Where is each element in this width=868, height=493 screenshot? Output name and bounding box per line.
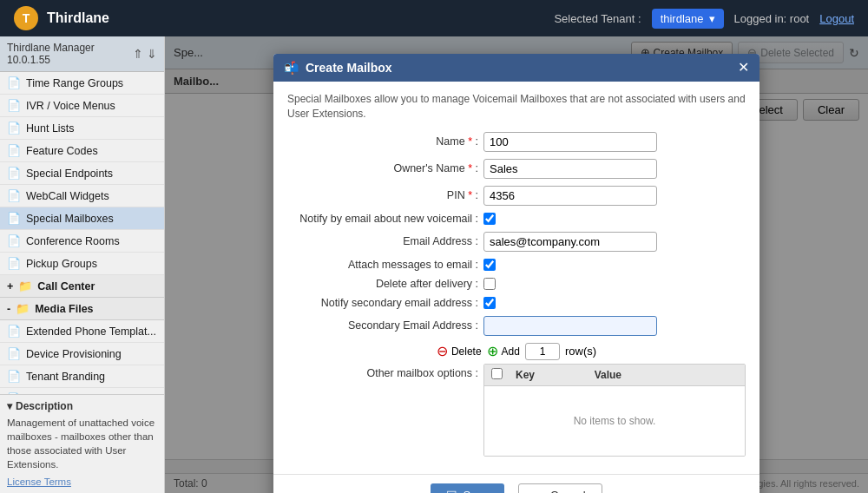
email-address-input[interactable] [483, 232, 657, 252]
attach-messages-checkbox[interactable] [483, 259, 496, 271]
other-options-row: Other mailbox options : Key V [287, 364, 746, 457]
kv-add-button[interactable]: ⊕ Add [487, 343, 520, 359]
sidebar-item-label: WebCall Widgets [26, 190, 109, 202]
sidebar-item-label: Hunt Lists [26, 122, 75, 135]
delete-after-checkbox[interactable] [483, 278, 496, 290]
cancel-button[interactable]: ↩ Cancel [518, 483, 602, 493]
modal-close-button[interactable]: ✕ [738, 61, 749, 75]
delete-circle-icon: ⊖ [437, 343, 448, 359]
modal-header: 📬 Create Mailbox ✕ [273, 54, 760, 82]
modal-title: 📬 Create Mailbox [284, 61, 392, 75]
name-row: Name * : [287, 132, 746, 152]
modal-body: Special Mailboxes allow you to manage Vo… [273, 82, 760, 474]
kv-row-count-input[interactable] [525, 343, 560, 360]
logout-button[interactable]: Logout [819, 12, 854, 25]
secondary-email-row: Secondary Email Address : [287, 316, 746, 336]
sidebar-item-hunt-lists[interactable]: 📄 Hunt Lists [0, 117, 164, 140]
sidebar-item-label: Special Endpoints [26, 168, 113, 180]
folder-icon: 📁 [18, 279, 32, 293]
sidebar-item-label: Extended Phone Templat... [26, 325, 156, 338]
sidebar-item-welcome-email[interactable]: 📄 Welcome Email [0, 388, 164, 394]
sidebar-item-label: IVR / Voice Menus [26, 100, 115, 112]
sidebar-section-media-files[interactable]: - 📁 Media Files [0, 298, 164, 320]
sidebar: Thirdlane Manager 10.0.1.55 ⇑ ⇓ 📄 Time R… [0, 36, 165, 493]
logged-in-label: Logged in: root [734, 12, 810, 25]
sidebar-item-ivr[interactable]: 📄 IVR / Voice Menus [0, 95, 164, 117]
secondary-email-input[interactable] [483, 316, 657, 336]
doc-icon: 📄 [7, 189, 21, 202]
modal-footer: ☑ Save ↩ Cancel [273, 474, 760, 493]
email-address-label: Email Address : [287, 235, 478, 247]
kv-section: ⊖ Delete ⊕ Add row(s) [287, 343, 746, 457]
license-terms-link[interactable]: License Terms [7, 477, 71, 487]
sidebar-header-icons: ⇑ ⇓ [133, 47, 157, 61]
section-label: Call Center [37, 280, 95, 293]
sidebar-item-label: Device Provisioning [26, 348, 122, 360]
owners-name-row: Owner's Name * : [287, 159, 746, 179]
doc-icon: 📄 [7, 257, 21, 270]
app-logo: T [14, 6, 38, 30]
name-input[interactable] [483, 132, 657, 152]
sidebar-item-label: Special Mailboxes [26, 213, 114, 225]
modal-overlay: 📬 Create Mailbox ✕ Special Mailboxes all… [165, 36, 868, 493]
notify-secondary-checkbox[interactable] [483, 297, 496, 309]
pin-input[interactable] [483, 186, 657, 206]
doc-icon: 📄 [7, 144, 21, 157]
sidebar-item-label: Time Range Groups [26, 77, 123, 89]
sidebar-item-conference-rooms[interactable]: 📄 Conference Rooms [0, 230, 164, 253]
sidebar-item-special-mailboxes[interactable]: 📄 Special Mailboxes [0, 207, 164, 230]
sidebar-item-label: Pickup Groups [26, 258, 97, 270]
sidebar-item-time-range-groups[interactable]: 📄 Time Range Groups [0, 72, 164, 95]
app-title: Thirdlane [47, 10, 109, 26]
main-area: Thirdlane Manager 10.0.1.55 ⇑ ⇓ 📄 Time R… [0, 36, 868, 493]
kv-delete-button[interactable]: ⊖ Delete [437, 343, 482, 359]
tenant-label: Selected Tenant : [554, 12, 641, 25]
doc-icon: 📄 [7, 99, 21, 112]
sidebar-version: Thirdlane Manager 10.0.1.55 [7, 42, 133, 66]
pin-row: PIN * : [287, 186, 746, 206]
dash-icon: - [7, 303, 10, 315]
sidebar-item-special-endpoints[interactable]: 📄 Special Endpoints [0, 162, 164, 185]
required-marker: * [468, 189, 472, 201]
doc-icon: 📄 [7, 325, 21, 338]
sidebar-item-extended-phone[interactable]: 📄 Extended Phone Templat... [0, 320, 164, 343]
sidebar-item-device-provisioning[interactable]: 📄 Device Provisioning [0, 343, 164, 365]
content-area: Spe... ⊕ Create Mailbox ⊖ Delete Selecte… [165, 36, 868, 493]
description-toggle[interactable]: ▾ Description [7, 400, 157, 412]
collapse-icon[interactable]: ⇑ [133, 47, 143, 61]
tenant-name: thirdlane [661, 12, 704, 25]
sidebar-item-pickup-groups[interactable]: 📄 Pickup Groups [0, 253, 164, 275]
attach-messages-row: Attach messages to email : [287, 259, 746, 271]
delete-after-row: Delete after delivery : [287, 278, 746, 290]
sidebar-item-label: Tenant Branding [26, 371, 105, 383]
expand-icon[interactable]: ⇓ [147, 47, 157, 61]
chevron-down-icon: ▾ [7, 400, 12, 412]
sidebar-item-feature-codes[interactable]: 📄 Feature Codes [0, 140, 164, 162]
sidebar-items: 📄 Time Range Groups 📄 IVR / Voice Menus … [0, 72, 164, 394]
section-label: Media Files [35, 303, 93, 315]
notify-email-row: Notify by email about new voicemail : [287, 213, 746, 225]
tenant-selector[interactable]: thirdlane ▾ [652, 9, 724, 29]
sidebar-item-tenant-branding[interactable]: 📄 Tenant Branding [0, 365, 164, 388]
modal-description: Special Mailboxes allow you to manage Vo… [287, 92, 746, 122]
owners-name-input[interactable] [483, 159, 657, 179]
description-text: Management of unattached voice mailboxes… [7, 416, 157, 471]
doc-icon: 📄 [7, 122, 21, 135]
notify-secondary-row: Notify secondary email address : [287, 297, 746, 309]
kv-controls: ⊖ Delete ⊕ Add row(s) [287, 343, 746, 360]
kv-select-all-checkbox[interactable] [491, 368, 503, 379]
delete-after-label: Delete after delivery : [287, 278, 478, 290]
rows-label: row(s) [565, 345, 596, 358]
doc-icon: 📄 [7, 167, 21, 180]
sidebar-section-call-center[interactable]: + 📁 Call Center [0, 275, 164, 298]
doc-icon: 📄 [7, 212, 21, 225]
kv-empty-message: No items to show. [484, 386, 745, 456]
secondary-email-label: Secondary Email Address : [287, 319, 478, 332]
name-label: Name * : [287, 135, 478, 148]
kv-table-container: Key Value No items to show. [483, 364, 746, 457]
save-button[interactable]: ☑ Save [431, 483, 504, 493]
sidebar-item-webcall-widgets[interactable]: 📄 WebCall Widgets [0, 185, 164, 207]
description-panel: ▾ Description Management of unattached v… [0, 394, 164, 493]
mailbox-icon: 📬 [284, 61, 299, 75]
notify-email-checkbox[interactable] [483, 213, 496, 225]
